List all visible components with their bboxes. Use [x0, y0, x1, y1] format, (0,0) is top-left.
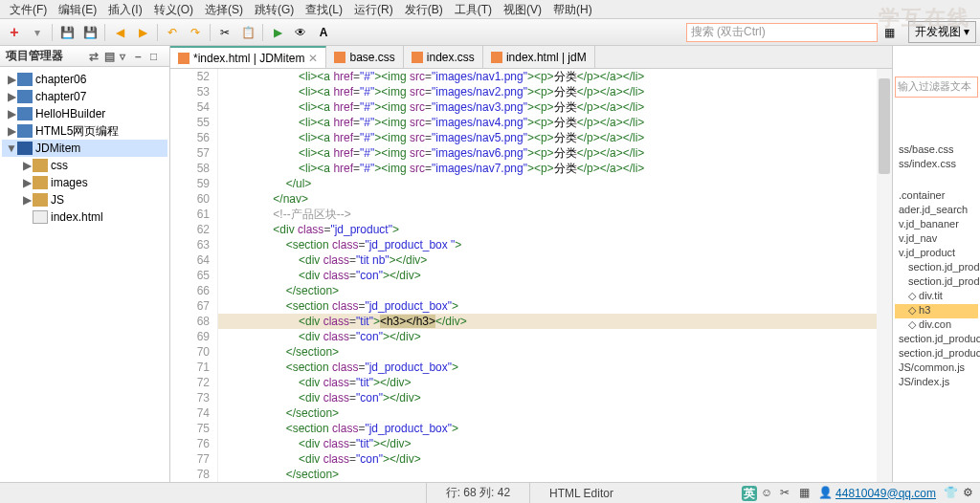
minimize-icon[interactable]: –: [135, 50, 148, 63]
outline-tree[interactable]: .containerader.jd_searchv.jd_bananerv.jd…: [893, 187, 980, 392]
outline-item[interactable]: ader.jd_search: [895, 204, 978, 218]
outline-item[interactable]: v.jd_nav: [895, 232, 978, 247]
code-line[interactable]: <div class="con"></div>: [218, 329, 892, 344]
menu-item[interactable]: 发行(B): [399, 0, 449, 18]
code-line[interactable]: <li><a href="#"><img src="images/nav6.pn…: [218, 145, 892, 161]
tree-item[interactable]: ▶chapter06: [2, 71, 167, 88]
code-line[interactable]: <li><a href="#"><img src="images/nav3.pn…: [218, 99, 892, 115]
outline-item[interactable]: section.jd_product: [895, 261, 978, 275]
tree-item[interactable]: ▶HelloHBuilder: [2, 105, 167, 122]
global-search-input[interactable]: 搜索 (双击Ctrl): [686, 23, 878, 42]
link-icon[interactable]: ⇄: [89, 50, 102, 63]
code-line[interactable]: <div class="con"></div>: [218, 268, 892, 283]
code-line[interactable]: <section class="jd_product_box">: [218, 298, 892, 314]
editor-tab[interactable]: *index.html | JDMitem✕: [170, 46, 326, 68]
editor-tab[interactable]: base.css: [326, 46, 403, 68]
outline-item[interactable]: section.jd_product: [895, 347, 978, 361]
menu-item[interactable]: 选择(S): [199, 0, 249, 18]
code-line[interactable]: <div class="tit nb"></div>: [218, 252, 892, 268]
outline-item[interactable]: ◇ h3: [895, 304, 978, 318]
collapse-icon[interactable]: ▤: [104, 50, 118, 63]
outline-item[interactable]: v.jd_bananer: [895, 218, 978, 232]
undo-button[interactable]: ↶: [162, 22, 183, 43]
outline-item[interactable]: ◇ div.con: [895, 318, 978, 333]
dropdown-icon[interactable]: ▾: [27, 22, 48, 43]
outline-item[interactable]: JS/common.js: [895, 361, 978, 376]
outline-item[interactable]: .container: [895, 189, 978, 204]
preview-button[interactable]: 👁: [290, 22, 311, 43]
code-source[interactable]: <li><a href="#"><img src="images/nav1.pn…: [218, 69, 892, 486]
code-line[interactable]: </nav>: [218, 191, 892, 207]
code-line[interactable]: <li><a href="#"><img src="images/nav1.pn…: [218, 69, 892, 84]
user-icon[interactable]: 👤: [818, 486, 834, 501]
text-button[interactable]: A: [313, 22, 334, 43]
tree-item[interactable]: ▶HTML5网页编程: [2, 122, 167, 140]
back-button[interactable]: ◀: [109, 22, 130, 43]
grid-icon[interactable]: ▦: [799, 486, 814, 501]
menu-icon[interactable]: ▿: [120, 50, 133, 63]
code-line[interactable]: </section>: [218, 344, 892, 360]
tree-item[interactable]: ▶css: [2, 157, 167, 174]
menu-item[interactable]: 文件(F): [4, 0, 53, 18]
editor-tab[interactable]: index.html | jdM: [483, 46, 595, 68]
forward-button[interactable]: ▶: [132, 22, 153, 43]
tree-item[interactable]: ▶chapter07: [2, 88, 167, 105]
outline-item[interactable]: JS/index.js: [895, 376, 978, 390]
code-line[interactable]: <div class="con"></div>: [218, 390, 892, 405]
tree-item[interactable]: ▶images: [2, 174, 167, 191]
code-line[interactable]: </section>: [218, 283, 892, 298]
outline-item[interactable]: ss/index.css: [895, 158, 978, 172]
code-line[interactable]: <div class="con"></div>: [218, 451, 892, 467]
paste-button[interactable]: 📋: [237, 22, 258, 43]
code-line[interactable]: <li><a href="#"><img src="images/nav4.pn…: [218, 115, 892, 130]
menu-item[interactable]: 工具(T): [449, 0, 498, 18]
editor-tab[interactable]: index.css: [404, 46, 483, 68]
code-line[interactable]: <div class="tit"></div>: [218, 436, 892, 451]
menu-item[interactable]: 运行(R): [348, 0, 399, 18]
new-button[interactable]: +: [4, 22, 25, 43]
menu-item[interactable]: 帮助(H): [547, 0, 598, 18]
menu-item[interactable]: 转义(O): [148, 0, 199, 18]
code-line[interactable]: <li><a href="#"><img src="images/nav2.pn…: [218, 84, 892, 99]
tree-item[interactable]: index.html: [2, 208, 167, 226]
project-tree[interactable]: ▶chapter06▶chapter07▶HelloHBuilder▶HTML5…: [0, 67, 169, 230]
code-line[interactable]: <section class="jd_product_box">: [218, 360, 892, 375]
menu-item[interactable]: 查找(L): [300, 0, 348, 18]
emoji-icon[interactable]: ☺: [761, 486, 776, 501]
code-line[interactable]: <section class="jd_product_box">: [218, 421, 892, 436]
code-editor[interactable]: 5253545556575859606162636465666768697071…: [170, 69, 892, 486]
code-line[interactable]: <div class="jd_product">: [218, 222, 892, 237]
scissors-icon[interactable]: ✂: [780, 486, 795, 501]
code-line[interactable]: <div class="tit"></div>: [218, 375, 892, 390]
gear-icon[interactable]: ⚙: [963, 486, 978, 501]
outline-item[interactable]: ss/base.css: [895, 143, 978, 158]
account-link[interactable]: 44810049@qq.com: [835, 487, 936, 500]
save-button[interactable]: 💾: [56, 22, 78, 43]
shirt-icon[interactable]: 👕: [944, 486, 959, 501]
maximize-icon[interactable]: □: [150, 50, 164, 63]
menu-item[interactable]: 插入(I): [102, 0, 147, 18]
code-line[interactable]: <div class="tit"><h3></h3></div>: [218, 314, 892, 329]
layout-icon[interactable]: ▦: [880, 22, 901, 43]
cut-button[interactable]: ✂: [214, 22, 235, 43]
outline-item[interactable]: v.jd_product: [895, 247, 978, 261]
outline-item[interactable]: section.jd_product: [895, 275, 978, 290]
menu-item[interactable]: 编辑(E): [53, 0, 102, 18]
tree-item[interactable]: ▶JS: [2, 191, 167, 208]
redo-button[interactable]: ↷: [185, 22, 206, 43]
code-line[interactable]: <li><a href="#"><img src="images/nav7.pn…: [218, 161, 892, 176]
code-line[interactable]: </section>: [218, 467, 892, 482]
code-line[interactable]: </ul>: [218, 176, 892, 191]
code-line[interactable]: </section>: [218, 405, 892, 421]
outline-item[interactable]: section.jd_product: [895, 333, 978, 347]
scroll-thumb[interactable]: [879, 78, 890, 174]
menu-item[interactable]: 跳转(G): [249, 0, 300, 18]
ime-icon[interactable]: 英: [742, 486, 757, 501]
menu-item[interactable]: 视图(V): [498, 0, 547, 18]
tree-item[interactable]: ▼JDMitem: [2, 140, 167, 157]
code-line[interactable]: <!--产品区块-->: [218, 207, 892, 222]
code-line[interactable]: <section class="jd_product_box ">: [218, 237, 892, 252]
code-line[interactable]: <li><a href="#"><img src="images/nav5.pn…: [218, 130, 892, 145]
run-button[interactable]: ▶: [267, 22, 288, 43]
outline-css[interactable]: ss/base.cssss/index.css: [893, 142, 980, 174]
